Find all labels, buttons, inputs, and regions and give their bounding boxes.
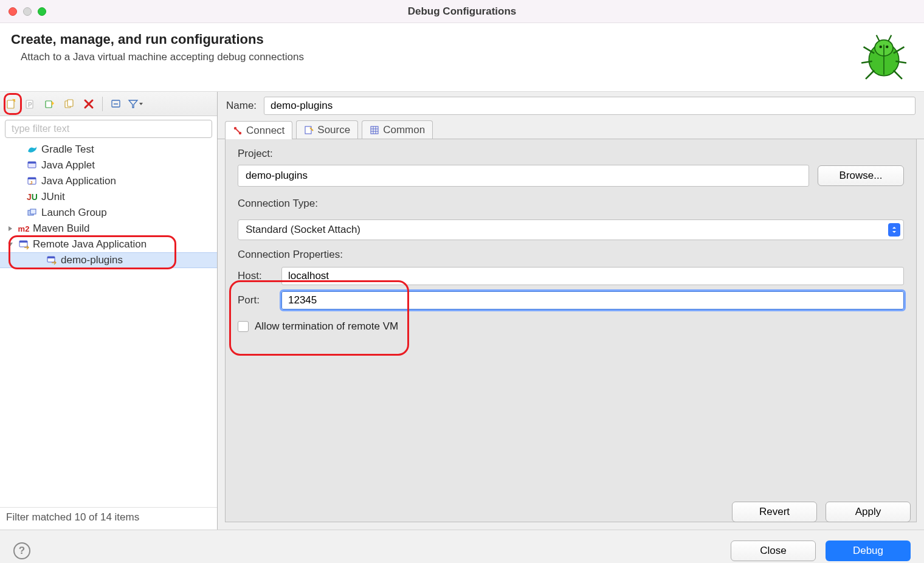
name-input[interactable] — [264, 97, 915, 115]
remote-java-icon — [18, 239, 29, 250]
connection-properties-label: Connection Properties: — [238, 249, 904, 261]
tree-item-java-applet[interactable]: Java Applet — [0, 157, 217, 173]
svg-text:P: P — [28, 102, 32, 108]
delete-config-button[interactable] — [80, 95, 97, 112]
tree-label: Launch Group — [41, 207, 107, 219]
svg-text:J: J — [30, 180, 32, 185]
svg-rect-10 — [67, 100, 73, 106]
tree-item-java-application[interactable]: J Java Application — [0, 173, 217, 189]
common-icon — [370, 125, 379, 135]
tree-item-launch-group[interactable]: Launch Group — [0, 205, 217, 221]
host-label: Host: — [238, 270, 274, 282]
collapse-all-button[interactable] — [108, 95, 125, 112]
svg-rect-15 — [28, 178, 36, 179]
minimize-window-button[interactable] — [23, 7, 32, 16]
window-title: Debug Configurations — [0, 5, 924, 18]
filter-input[interactable] — [5, 120, 212, 138]
source-icon — [304, 125, 314, 135]
duplicate-config-button[interactable] — [61, 95, 78, 112]
tab-connect[interactable]: Connect — [225, 121, 292, 139]
close-button[interactable]: Close — [731, 541, 816, 561]
dialog-footer: ? Close Debug — [0, 530, 924, 563]
export-config-button[interactable] — [41, 95, 58, 112]
allow-termination-row[interactable]: Allow termination of remote VM — [238, 320, 904, 333]
tree-label: Maven Build — [33, 223, 90, 235]
svg-rect-13 — [28, 162, 36, 164]
toolbar-separator — [102, 97, 103, 111]
host-input[interactable] — [281, 267, 904, 285]
svg-point-3 — [880, 46, 882, 48]
svg-rect-26 — [371, 126, 378, 134]
java-app-icon: J — [27, 176, 38, 187]
close-window-button[interactable] — [9, 7, 17, 16]
tab-label: Source — [317, 124, 350, 136]
name-label: Name: — [226, 100, 257, 112]
remote-java-config-icon — [46, 255, 57, 266]
main-panel: Name: Connect Source Common — [218, 92, 924, 530]
tree-item-maven-build[interactable]: m2 Maven Build — [0, 221, 217, 237]
tree-item-demo-plugins[interactable]: demo-plugins — [0, 252, 217, 268]
svg-point-4 — [886, 46, 888, 48]
tree-label: Remote Java Application — [33, 238, 147, 250]
launch-group-icon — [27, 207, 38, 218]
tree-item-gradle-test[interactable]: Gradle Test — [0, 142, 217, 157]
tab-common[interactable]: Common — [362, 120, 433, 139]
allow-termination-checkbox[interactable] — [238, 321, 249, 332]
dialog-body: P — [0, 92, 924, 530]
connect-icon — [233, 126, 243, 136]
dialog-header: Create, manage, and run configurations A… — [0, 23, 924, 92]
tree-label: Java Application — [41, 175, 116, 187]
connection-properties-group: Connection Properties: Host: Port: — [238, 249, 904, 309]
tree-label: JUnit — [41, 191, 65, 203]
revert-button[interactable]: Revert — [732, 502, 817, 522]
svg-rect-8 — [46, 101, 52, 108]
project-label: Project: — [238, 148, 904, 160]
name-row: Name: — [218, 92, 924, 119]
traffic-lights — [9, 7, 46, 16]
tree-item-remote-java-application[interactable]: Remote Java Application — [0, 237, 217, 252]
tree-label: demo-plugins — [61, 254, 123, 266]
header-subtitle: Attach to a Java virtual machine accepti… — [21, 51, 304, 63]
tree-label: Gradle Test — [41, 143, 94, 156]
gradle-icon — [27, 144, 38, 155]
filter-button[interactable] — [127, 95, 144, 112]
tabstrip: Connect Source Common — [218, 119, 924, 139]
applet-icon — [27, 160, 38, 171]
svg-rect-18 — [30, 209, 36, 214]
window-titlebar: Debug Configurations — [0, 0, 924, 23]
svg-rect-20 — [19, 241, 27, 243]
browse-button[interactable]: Browse... — [818, 165, 904, 186]
tab-label: Common — [383, 124, 425, 136]
debug-bug-icon — [857, 32, 911, 80]
zoom-window-button[interactable] — [38, 7, 46, 16]
connection-type-label: Connection Type: — [238, 198, 904, 210]
port-input[interactable] — [281, 291, 904, 309]
chevron-down-icon — [139, 102, 143, 106]
select-arrows-icon — [888, 223, 900, 237]
sidebar-status: Filter matched 10 of 14 items — [0, 507, 217, 527]
tree-item-junit[interactable]: JU JUnit — [0, 189, 217, 205]
sidebar-toolbar: P — [0, 92, 217, 116]
new-prototype-button[interactable]: P — [22, 95, 39, 112]
tab-source[interactable]: Source — [296, 120, 358, 139]
project-input[interactable] — [238, 165, 809, 187]
expand-icon[interactable] — [6, 224, 15, 233]
junit-icon: JU — [27, 192, 38, 202]
configurations-tree[interactable]: Gradle Test Java Applet J Java Applicati… — [0, 140, 217, 507]
configurations-sidebar: P — [0, 92, 218, 530]
panel-buttons: Revert Apply — [732, 502, 911, 522]
tree-label: Java Applet — [41, 159, 95, 171]
new-config-button[interactable] — [2, 95, 19, 112]
port-label: Port: — [238, 294, 274, 306]
svg-rect-22 — [47, 257, 55, 258]
allow-termination-label: Allow termination of remote VM — [255, 320, 398, 333]
debug-button[interactable]: Debug — [826, 541, 911, 561]
collapse-icon[interactable] — [6, 240, 15, 249]
apply-button[interactable]: Apply — [826, 502, 911, 522]
help-button[interactable]: ? — [13, 542, 30, 559]
tab-label: Connect — [246, 125, 284, 137]
tab-content-connect: Project: Browse... Connection Type: Stan… — [225, 139, 917, 522]
connection-type-select[interactable]: Standard (Socket Attach) — [238, 219, 904, 240]
header-title: Create, manage, and run configurations — [11, 32, 304, 47]
maven-icon: m2 — [18, 223, 29, 234]
